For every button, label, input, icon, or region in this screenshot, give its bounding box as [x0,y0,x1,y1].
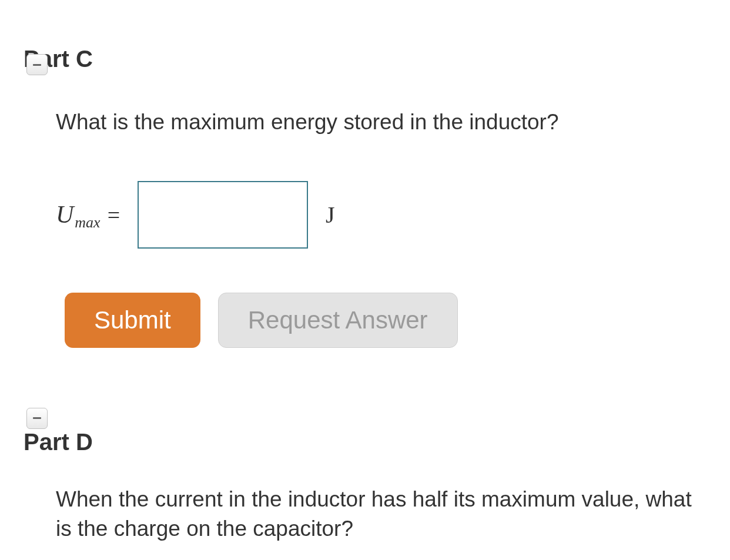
part-c-answer-row: Umax = J [56,181,706,249]
part-c-question: What is the maximum energy stored in the… [56,108,706,137]
part-d-body: When the current in the inductor has hal… [0,485,730,560]
collapse-toggle-part-c[interactable] [26,54,48,75]
part-c-title: Part C [24,29,730,72]
variable-main: U [56,200,73,229]
request-answer-button[interactable]: Request Answer [218,293,458,348]
minus-icon [33,64,41,66]
unit-label: J [326,201,335,229]
collapse-toggle-part-d[interactable] [26,408,48,429]
variable-label: Umax = [56,200,120,229]
part-c-body: What is the maximum energy stored in the… [0,108,730,348]
part-d-title: Part D [24,413,730,455]
variable-subscript: max [75,214,100,232]
minus-icon [33,417,41,419]
part-d-section: Part D When the current in the inductor … [0,413,730,560]
submit-button[interactable]: Submit [65,293,200,348]
part-c-section: Part C What is the maximum energy stored… [0,0,730,348]
umax-input[interactable] [138,181,308,249]
equals-sign: = [108,202,120,228]
part-c-header: Part C [0,29,730,72]
part-c-button-row: Submit Request Answer [56,293,706,348]
part-d-question: When the current in the inductor has hal… [56,485,706,544]
part-d-header: Part D [0,413,730,455]
